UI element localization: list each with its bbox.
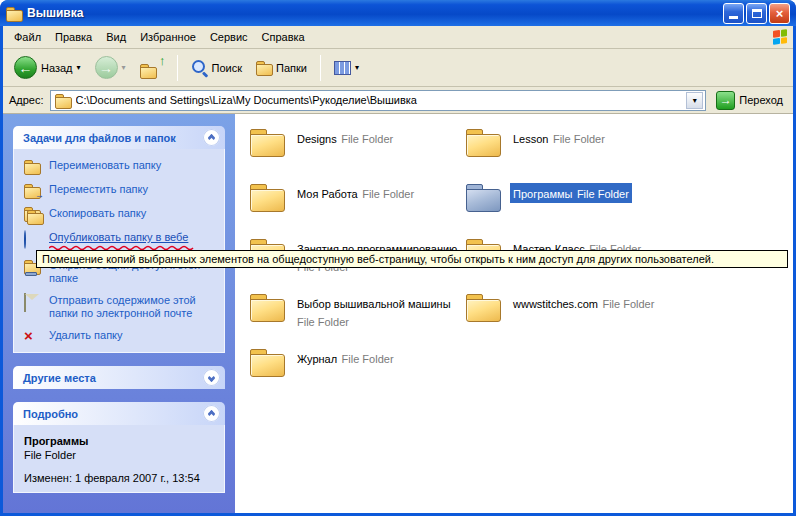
folders-label: Папки xyxy=(276,62,307,74)
address-path: C:\Documents and Settings\Liza\My Docume… xyxy=(76,94,682,106)
other-places-header[interactable]: Другие места xyxy=(13,366,225,389)
file-name: Выбор вышивальной машины xyxy=(297,298,451,310)
folder-icon xyxy=(249,348,285,376)
current-folder-icon xyxy=(55,94,71,107)
up-button[interactable]: ↑ xyxy=(135,55,169,80)
task-pane: Задачи для файлов и папок Переименовать … xyxy=(3,114,235,513)
file-type: File Folder xyxy=(362,188,414,200)
address-input[interactable]: C:\Documents and Settings\Liza\My Docume… xyxy=(50,90,707,111)
file-type: File Folder xyxy=(602,298,654,310)
details-header[interactable]: Подробно xyxy=(13,402,225,425)
go-button[interactable]: → Переход xyxy=(712,89,787,112)
email-icon xyxy=(24,294,42,309)
views-button[interactable]: ▾ xyxy=(329,58,364,78)
menu-tools[interactable]: Сервис xyxy=(203,28,255,46)
go-label: Переход xyxy=(739,94,783,106)
file-name: Программы xyxy=(513,188,572,200)
task-move-folder[interactable]: → Переместить папку xyxy=(24,183,218,198)
task-link[interactable]: Скопировать папку xyxy=(49,207,146,220)
task-link[interactable]: Переместить папку xyxy=(49,183,148,196)
folder-icon xyxy=(249,293,285,321)
file-item-zhurnal[interactable]: Журнал File Folder xyxy=(249,348,454,376)
menu-help[interactable]: Справка xyxy=(255,28,312,46)
menu-bar: Файл Правка Вид Избранное Сервис Справка xyxy=(3,26,793,49)
task-rename-folder[interactable]: Переименовать папку xyxy=(24,159,218,174)
file-item-designs[interactable]: Designs File Folder xyxy=(249,128,454,156)
explorer-window: Вышивка × Файл Правка Вид Избранное Серв… xyxy=(0,0,796,516)
move-folder-icon: → xyxy=(24,183,42,198)
menu-view[interactable]: Вид xyxy=(99,28,133,46)
expand-chevron-icon[interactable] xyxy=(203,369,220,386)
folders-button[interactable]: Папки xyxy=(251,58,312,77)
search-icon xyxy=(191,59,208,76)
file-item-wwwstitches[interactable]: wwwstitches.com File Folder xyxy=(465,293,680,321)
details-item-modified: Изменен: 1 февраля 2007 г., 13:54 xyxy=(24,472,218,484)
file-type: File Folder xyxy=(297,316,349,328)
folder-icon xyxy=(249,183,285,211)
tasks-section-title: Задачи для файлов и папок xyxy=(23,132,176,144)
file-column-2: Lesson File Folder Программы File Folder… xyxy=(465,128,680,321)
menu-file[interactable]: Файл xyxy=(7,28,48,46)
forward-button[interactable]: → ▾ xyxy=(90,53,131,82)
back-icon: ← xyxy=(14,56,37,79)
address-bar: Адрес: C:\Documents and Settings\Liza\My… xyxy=(3,87,793,114)
copy-folder-icon xyxy=(24,207,42,222)
menu-edit[interactable]: Правка xyxy=(48,28,99,46)
task-link[interactable]: Переименовать папку xyxy=(49,159,161,172)
views-dropdown-icon[interactable]: ▾ xyxy=(355,63,359,72)
task-link[interactable]: Опубликовать папку в вебе xyxy=(49,231,199,244)
menu-favorites[interactable]: Избранное xyxy=(133,28,203,46)
collapse-chevron-icon[interactable] xyxy=(203,405,220,422)
address-label: Адрес: xyxy=(9,94,44,106)
minimize-button[interactable] xyxy=(723,3,744,24)
toolbar-separator xyxy=(320,55,321,81)
folder-icon xyxy=(465,128,501,156)
folder-icon-selected xyxy=(465,183,501,211)
details-title: Подробно xyxy=(23,408,78,420)
collapse-chevron-icon[interactable] xyxy=(203,129,220,146)
details-item-type: File Folder xyxy=(24,449,218,461)
file-list-area: Designs File Folder Моя Работа File Fold… xyxy=(235,114,793,513)
tasks-section-header[interactable]: Задачи для файлов и папок xyxy=(13,126,225,149)
file-type: File Folder xyxy=(341,133,393,145)
toolbar: ← Назад ▾ → ▾ ↑ Поиск Папки ▾ xyxy=(3,49,793,87)
details-body: Программы File Folder Изменен: 1 февраля… xyxy=(13,425,225,493)
task-publish-folder-web[interactable]: Опубликовать папку в вебе xyxy=(24,231,218,250)
window-folder-icon xyxy=(6,7,22,20)
task-copy-folder[interactable]: Скопировать папку xyxy=(24,207,218,222)
close-button[interactable]: × xyxy=(769,3,790,24)
forward-dropdown-icon[interactable]: ▾ xyxy=(122,63,126,72)
other-places-title: Другие места xyxy=(23,372,96,384)
details-item-name: Программы xyxy=(24,435,218,447)
task-link[interactable]: Удалить папку xyxy=(49,329,123,342)
maximize-button[interactable] xyxy=(746,3,767,24)
folder-icon xyxy=(465,293,501,321)
task-link[interactable]: Отправить содержимое этой папки по элект… xyxy=(49,294,218,320)
file-item-programmy-selected[interactable]: Программы File Folder xyxy=(465,183,680,211)
folders-icon xyxy=(256,61,272,74)
task-delete-folder[interactable]: × Удалить папку xyxy=(24,329,218,344)
other-places-section: Другие места xyxy=(13,366,225,389)
tasks-section: Задачи для файлов и папок Переименовать … xyxy=(13,126,225,353)
window-title: Вышивка xyxy=(27,6,723,20)
file-name: Моя Работа xyxy=(297,188,358,200)
file-item-lesson[interactable]: Lesson File Folder xyxy=(465,128,680,156)
views-icon xyxy=(334,61,351,75)
window-controls: × xyxy=(723,3,790,24)
back-dropdown-icon[interactable]: ▾ xyxy=(77,63,81,72)
file-type: File Folder xyxy=(342,353,394,365)
delete-icon: × xyxy=(24,329,42,344)
file-name: Журнал xyxy=(297,353,337,365)
task-email-folder[interactable]: Отправить содержимое этой папки по элект… xyxy=(24,294,218,320)
file-item-vybor-mashiny[interactable]: Выбор вышивальной машины File Folder xyxy=(249,293,454,321)
file-type: File Folder xyxy=(577,188,629,200)
address-dropdown[interactable]: ▾ xyxy=(686,92,703,109)
windows-logo-icon xyxy=(771,28,789,46)
file-name: Lesson xyxy=(513,133,548,145)
tooltip: Помещение копий выбранных элементов на о… xyxy=(36,250,788,268)
file-type: File Folder xyxy=(553,133,605,145)
publish-web-icon xyxy=(24,231,42,246)
back-button[interactable]: ← Назад ▾ xyxy=(9,53,86,82)
file-item-moya-rabota[interactable]: Моя Работа File Folder xyxy=(249,183,454,211)
search-button[interactable]: Поиск xyxy=(186,56,247,79)
